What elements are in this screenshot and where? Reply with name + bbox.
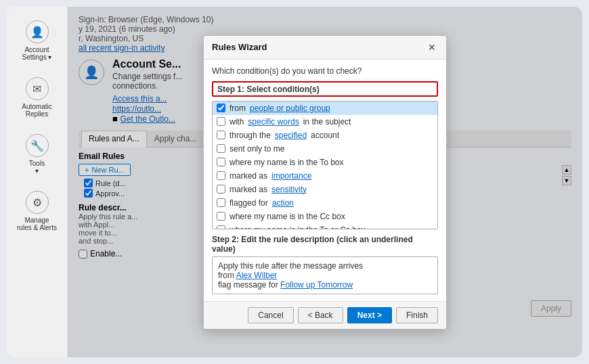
- condition-item-0[interactable]: from people or public group: [213, 101, 437, 115]
- condition-checkbox-3[interactable]: [217, 144, 225, 153]
- main-content: Sign-in: Browser (Edge, Windows 10) y 19…: [68, 7, 582, 357]
- step2-line1: Apply this rule after the message arrive…: [218, 261, 432, 271]
- sidebar-item-account[interactable]: 👤 Account Settings ▾: [10, 15, 64, 66]
- sidebar-item-automatic-replies[interactable]: ✉ AutomaticReplies: [10, 72, 64, 123]
- step1-label: Step 1: Select condition(s): [217, 85, 320, 94]
- sidebar-item-manage-label: Managerules & Alerts: [17, 217, 57, 231]
- condition-checkbox-6[interactable]: [217, 185, 225, 194]
- account-icon: 👤: [26, 20, 49, 43]
- condition-link-5[interactable]: importance: [271, 171, 311, 181]
- condition-item-6[interactable]: marked as sensitivity: [213, 183, 437, 196]
- condition-item-1[interactable]: with specific words in the subject: [213, 115, 437, 129]
- dialog-title-bar: Rules Wizard ✕: [204, 36, 446, 60]
- finish-button[interactable]: Finish: [396, 307, 438, 323]
- back-button[interactable]: < Back: [298, 307, 343, 323]
- dialog-overlay: Rules Wizard ✕ Which condition(s) do you…: [68, 7, 582, 357]
- automatic-replies-icon: ✉: [26, 77, 49, 100]
- condition-link-0[interactable]: people or public group: [250, 104, 330, 113]
- condition-item-3[interactable]: sent only to me: [213, 142, 437, 156]
- step2-label: Step 2: Edit the rule description (click…: [212, 235, 438, 254]
- condition-item-9[interactable]: where my name is in the To or Cc box: [213, 223, 437, 229]
- dialog-close-button[interactable]: ✕: [426, 41, 438, 53]
- condition-link-1[interactable]: specific words: [248, 117, 299, 127]
- sidebar: 👤 Account Settings ▾ ✉ AutomaticReplies …: [7, 7, 68, 357]
- step1-box: Step 1: Select condition(s): [212, 81, 438, 97]
- condition-checkbox-2[interactable]: [217, 131, 225, 139]
- dialog-footer: Cancel < Back Next > Finish: [204, 301, 446, 329]
- condition-item-4[interactable]: where my name is in the To box: [213, 156, 437, 169]
- condition-item-5[interactable]: marked as importance: [213, 169, 437, 183]
- condition-checkbox-0[interactable]: [217, 104, 225, 112]
- step2-line2: from Alex Wilber: [218, 271, 432, 280]
- sidebar-item-account-label: Account Settings ▾: [22, 46, 52, 61]
- dialog-question: Which condition(s) do you want to check?: [212, 66, 438, 76]
- step2-from-pre: from: [218, 271, 236, 280]
- condition-item-7[interactable]: flagged for action: [213, 196, 437, 210]
- condition-link-7[interactable]: action: [272, 198, 294, 208]
- conditions-list-wrap[interactable]: from people or public groupwith specific…: [212, 101, 438, 229]
- cancel-button[interactable]: Cancel: [248, 307, 293, 323]
- condition-checkbox-7[interactable]: [217, 198, 225, 207]
- sidebar-item-tools[interactable]: 🔧 Tools▾: [10, 129, 64, 180]
- sidebar-item-automatic-label: AutomaticReplies: [22, 103, 51, 118]
- condition-checkbox-4[interactable]: [217, 158, 225, 166]
- condition-link-2[interactable]: specified: [275, 131, 307, 140]
- sidebar-item-tools-label: Tools▾: [29, 160, 45, 175]
- step2-followup-link[interactable]: Follow up Tomorrow: [280, 280, 353, 290]
- step2-line3: flag message for Follow up Tomorrow: [218, 280, 432, 290]
- condition-item-2[interactable]: through the specified account: [213, 129, 437, 142]
- condition-link-6[interactable]: sensitivity: [271, 185, 307, 194]
- dialog-title: Rules Wizard: [212, 42, 267, 52]
- dialog-body: Which condition(s) do you want to check?…: [204, 60, 446, 301]
- step2-box: Apply this rule after the message arrive…: [212, 256, 438, 294]
- condition-checkbox-5[interactable]: [217, 171, 225, 180]
- condition-checkbox-8[interactable]: [217, 212, 225, 221]
- tools-icon: 🔧: [26, 134, 49, 157]
- manage-rules-icon: ⚙: [26, 191, 49, 214]
- condition-item-8[interactable]: where my name is in the Cc box: [213, 210, 437, 223]
- step2-flag-pre: flag message for: [218, 280, 280, 290]
- step2-alex-link[interactable]: Alex Wilber: [236, 271, 278, 280]
- condition-checkbox-1[interactable]: [217, 117, 225, 126]
- rules-wizard-dialog: Rules Wizard ✕ Which condition(s) do you…: [203, 35, 447, 329]
- sidebar-item-manage-rules[interactable]: ⚙ Managerules & Alerts: [10, 185, 64, 237]
- condition-checkbox-9[interactable]: [217, 225, 225, 229]
- next-button[interactable]: Next >: [347, 307, 392, 323]
- conditions-list: from people or public groupwith specific…: [213, 101, 437, 229]
